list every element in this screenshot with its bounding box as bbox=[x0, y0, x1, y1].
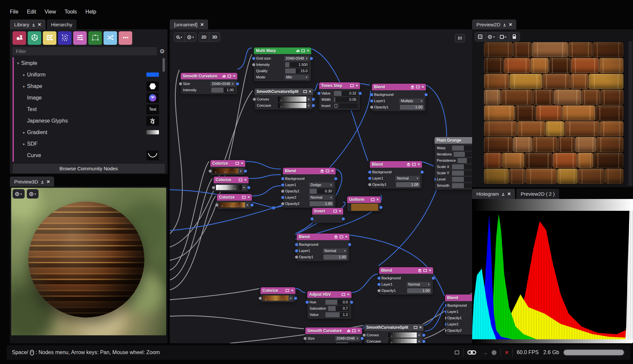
close-icon[interactable]: × bbox=[347, 292, 349, 297]
output-port[interactable] bbox=[334, 177, 337, 180]
node-colorize-3[interactable]: Colorize×⌂⌂⌂▾ bbox=[217, 194, 252, 209]
input-port[interactable] bbox=[209, 170, 212, 173]
input-port[interactable] bbox=[445, 317, 446, 320]
output-port[interactable] bbox=[422, 334, 425, 337]
param-slider[interactable]: 15.0 bbox=[285, 69, 309, 73]
eject-icon[interactable]: ▲ bbox=[502, 192, 504, 196]
node-smooth-curvature-bottom[interactable]: Smooth Curvature×Size2048×2048▾Intensity… bbox=[305, 327, 362, 343]
output-port[interactable] bbox=[359, 92, 362, 95]
preview-rect-icon[interactable] bbox=[227, 74, 231, 78]
library-category-button-blend-arrows[interactable] bbox=[104, 31, 117, 45]
input-port[interactable] bbox=[252, 57, 255, 60]
node-header[interactable]: Blend× bbox=[297, 234, 349, 240]
node-header[interactable]: Multi Warp× bbox=[254, 47, 311, 54]
param-dropdown[interactable]: 2048×2048▾ bbox=[210, 81, 235, 86]
node-blend-bottom-center[interactable]: Blend×BackgroundLayer1Normal▾Opacity11.0… bbox=[297, 234, 349, 261]
input-port[interactable] bbox=[370, 99, 373, 102]
window-icon[interactable] bbox=[455, 350, 459, 354]
node-header[interactable]: Smooth Curvature× bbox=[181, 73, 237, 79]
preview-rect-icon[interactable] bbox=[412, 163, 416, 166]
node-header[interactable]: Adjust HSV× bbox=[307, 291, 351, 298]
input-port[interactable] bbox=[317, 92, 320, 95]
param-dropdown[interactable]: Normal▾ bbox=[323, 248, 347, 253]
hierarchy-view-button[interactable] bbox=[455, 34, 465, 42]
menu-item-tools[interactable]: Tools bbox=[65, 9, 77, 15]
view-options-button[interactable]: ▾ bbox=[185, 33, 196, 42]
input-port[interactable] bbox=[445, 329, 446, 332]
output-port[interactable] bbox=[432, 277, 435, 280]
close-icon[interactable]: × bbox=[429, 268, 431, 273]
close-icon[interactable]: × bbox=[345, 235, 347, 239]
param-dropdown[interactable]: 2048×2048▾ bbox=[284, 56, 309, 61]
input-port[interactable] bbox=[370, 93, 373, 96]
close-icon[interactable]: × bbox=[244, 178, 247, 182]
library-item-sdf[interactable]: ▸SDF bbox=[15, 138, 165, 150]
param-slider[interactable]: 1.00 bbox=[396, 182, 420, 187]
node-adjust-hsv[interactable]: Adjust HSV×Hue0.0Saturation0.7Value1.2 bbox=[307, 291, 351, 319]
tab-preview3d[interactable]: Preview3D ▲ × bbox=[10, 177, 54, 187]
library-category-button-simple-shapes[interactable] bbox=[13, 31, 26, 45]
param-dropdown[interactable]: Normal▾ bbox=[309, 195, 333, 200]
input-port[interactable] bbox=[259, 297, 262, 300]
close-icon[interactable]: × bbox=[417, 162, 420, 167]
gradient-editor[interactable]: ⌂⌂⌂▾ bbox=[216, 185, 246, 190]
layers-icon[interactable] bbox=[334, 235, 338, 239]
input-port[interactable] bbox=[377, 277, 380, 280]
close-icon[interactable]: × bbox=[38, 22, 41, 27]
scrollbar-thumb[interactable] bbox=[163, 58, 165, 72]
node-header[interactable]: Colorize× bbox=[210, 160, 245, 167]
input-port[interactable] bbox=[363, 334, 366, 337]
preview2d-viewport[interactable] bbox=[484, 42, 624, 184]
output-port[interactable] bbox=[379, 206, 382, 209]
close-icon[interactable]: × bbox=[357, 328, 360, 333]
input-port[interactable] bbox=[295, 249, 298, 252]
preview-rect-icon[interactable] bbox=[301, 49, 305, 52]
close-icon[interactable]: × bbox=[331, 169, 334, 173]
input-port[interactable] bbox=[370, 106, 373, 109]
library-category-button-transform-graph[interactable] bbox=[88, 31, 102, 45]
close-icon[interactable]: × bbox=[355, 83, 358, 88]
param-dropdown[interactable]: 2048×2048▾ bbox=[335, 336, 360, 341]
param-slider[interactable] bbox=[454, 152, 472, 157]
output-port[interactable] bbox=[244, 170, 247, 173]
color-swatch[interactable] bbox=[351, 203, 378, 211]
node-colorize-1[interactable]: Colorize×⌂⌂⌂▾ bbox=[210, 160, 245, 175]
gradient-editor[interactable]: ⌂⌂⌂▾ bbox=[213, 168, 243, 174]
node-header[interactable]: Plain Grunge bbox=[435, 137, 472, 144]
gradient-editor[interactable]: ⌂⌂⌂▾ bbox=[278, 103, 311, 108]
param-slider[interactable]: 1.00 bbox=[323, 255, 347, 260]
eject-icon[interactable]: ▲ bbox=[41, 180, 44, 183]
preview-rect-icon[interactable] bbox=[239, 178, 242, 182]
tab-graph[interactable]: [unnamed] × bbox=[170, 19, 208, 30]
library-item-gradient[interactable]: ▸Gradient bbox=[15, 126, 165, 138]
param-dropdown[interactable]: Normal▾ bbox=[407, 282, 431, 287]
node-header[interactable]: Smooth Curvature× bbox=[305, 327, 362, 334]
close-icon[interactable]: × bbox=[233, 74, 235, 78]
param-checkbox[interactable] bbox=[335, 104, 338, 108]
library-item-shape[interactable]: ▸Shape bbox=[15, 80, 165, 92]
node-multi-warp[interactable]: Multi Warp×Grid size:2048×2048▾Intensity… bbox=[254, 47, 311, 81]
preview-rect-icon[interactable] bbox=[423, 269, 427, 272]
environment-select-button[interactable]: ▾ bbox=[27, 189, 39, 198]
node-smooth-curvature-split-top[interactable]: SmoothCurvatureSplit×Convex⌂⌂⌂▾Concave⌂⌂… bbox=[255, 88, 313, 110]
output-port[interactable] bbox=[247, 186, 250, 189]
tab-histogram[interactable]: Histogram ▲ × bbox=[472, 189, 515, 199]
param-dropdown[interactable]: Min▾ bbox=[285, 75, 309, 80]
gradient-editor[interactable]: ⌂⌂⌂▾ bbox=[219, 202, 250, 208]
gradient-editor[interactable]: ⌂⌂⌂▾ bbox=[388, 339, 421, 343]
node-blend-top-right[interactable]: Blend×BackgroundLayer1Multiply▾Opacity11… bbox=[372, 84, 426, 111]
input-port[interactable] bbox=[306, 301, 309, 304]
output-port[interactable] bbox=[421, 171, 424, 174]
layers-icon[interactable] bbox=[410, 85, 414, 89]
node-header[interactable]: Blend× bbox=[445, 294, 472, 301]
node-header[interactable]: SmoothCurvatureSplit× bbox=[364, 324, 424, 331]
close-icon[interactable]: × bbox=[247, 195, 250, 200]
input-port[interactable] bbox=[377, 283, 380, 286]
output-port[interactable] bbox=[422, 340, 425, 343]
node-header[interactable]: Invert× bbox=[312, 208, 343, 214]
link-icon[interactable] bbox=[467, 350, 479, 355]
param-slider[interactable]: 0.0 bbox=[325, 300, 349, 305]
gradient-editor[interactable]: ⌂⌂⌂▾ bbox=[388, 332, 421, 338]
node-header[interactable]: SmoothCurvatureSplit× bbox=[255, 88, 313, 95]
preview-rect-icon[interactable] bbox=[342, 293, 345, 296]
